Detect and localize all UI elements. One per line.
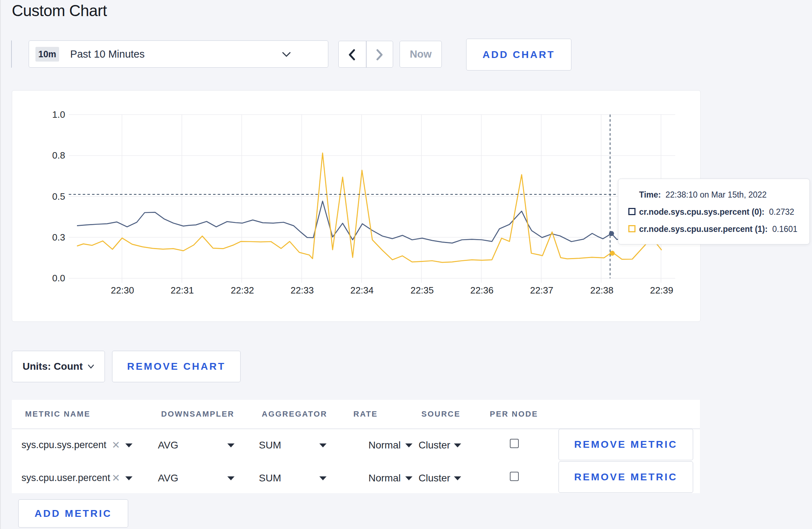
svg-text:0.3: 0.3 [52, 232, 65, 243]
svg-text:0.8: 0.8 [52, 150, 65, 161]
svg-text:22:39: 22:39 [650, 285, 673, 296]
svg-text:22:34: 22:34 [350, 285, 373, 296]
svg-text:22:31: 22:31 [170, 285, 194, 296]
svg-text:0.0: 0.0 [52, 273, 65, 283]
svg-text:22:33: 22:33 [290, 285, 314, 296]
svg-text:22:32: 22:32 [231, 285, 254, 296]
svg-text:22:38: 22:38 [590, 285, 613, 296]
svg-text:1.0: 1.0 [52, 109, 65, 120]
svg-text:22:35: 22:35 [410, 285, 434, 296]
svg-text:22:37: 22:37 [530, 285, 553, 296]
svg-text:22:30: 22:30 [111, 285, 134, 296]
svg-text:0.5: 0.5 [52, 191, 65, 202]
svg-text:22:36: 22:36 [470, 285, 493, 296]
